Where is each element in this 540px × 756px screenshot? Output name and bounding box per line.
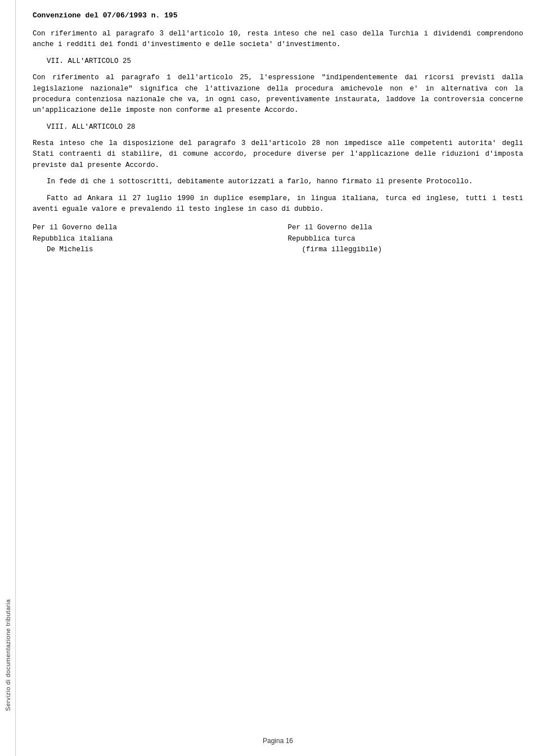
para-fede: In fede di che i sottoscritti, debitamen… xyxy=(33,176,523,187)
sidebar: Servizio di documentazione tributaria xyxy=(0,0,16,756)
sig-left-name: De Michelis xyxy=(33,245,268,255)
sidebar-label-text: Servizio di documentazione tributaria xyxy=(4,599,11,711)
sig-right-name: (firma illeggibile) xyxy=(287,245,523,255)
sig-right-entity: Repubblica turca xyxy=(287,234,523,245)
sig-left-title: Per il Governo della xyxy=(33,223,268,233)
signature-left: Per il Governo della Repubblica italiana… xyxy=(33,223,268,255)
signature-right: Per il Governo della Repubblica turca (f… xyxy=(287,223,523,255)
para-fatto: Fatto ad Ankara il 27 luglio 1990 in dup… xyxy=(33,193,523,215)
para-art28-body: Resta inteso che la disposizione del par… xyxy=(33,138,523,171)
para-art28-title: VIII. ALL'ARTICOLO 28 xyxy=(33,122,523,133)
page-wrapper: Servizio di documentazione tributaria Co… xyxy=(0,0,540,756)
para-intro: Con riferimento al paragrafo 3 dell'arti… xyxy=(33,29,523,51)
main-content: Convenzione del 07/06/1993 n. 195 Con ri… xyxy=(16,0,540,756)
doc-title: Convenzione del 07/06/1993 n. 195 xyxy=(33,11,523,20)
doc-body: Con riferimento al paragrafo 3 dell'arti… xyxy=(33,29,523,255)
para-art25-title: VII. ALL'ARTICOLO 25 xyxy=(33,56,523,67)
sig-right-title: Per il Governo della xyxy=(287,223,523,233)
sig-left-entity: Repubblica italiana xyxy=(33,234,268,245)
page-number: Pagina 16 xyxy=(263,737,293,745)
signature-section: Per il Governo della Repubblica italiana… xyxy=(33,223,523,255)
para-art25-body: Con riferimento al paragrafo 1 dell'arti… xyxy=(33,73,523,116)
